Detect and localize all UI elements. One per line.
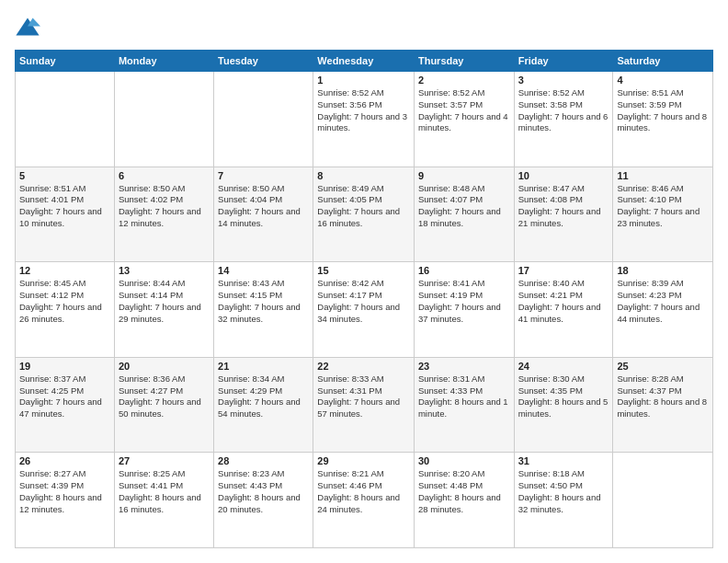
logo-icon: [15, 15, 40, 40]
day-cell: 1Sunrise: 8:52 AM Sunset: 3:56 PM Daylig…: [313, 72, 415, 167]
day-number: 3: [518, 75, 609, 86]
day-cell: 23Sunrise: 8:31 AM Sunset: 4:33 PM Dayli…: [414, 357, 514, 453]
weekday-header-saturday: Saturday: [613, 51, 713, 72]
week-row-2: 5Sunrise: 8:51 AM Sunset: 4:01 PM Daylig…: [16, 167, 713, 262]
day-info: Sunrise: 8:25 AM Sunset: 4:41 PM Dayligh…: [119, 468, 210, 515]
day-cell: 5Sunrise: 8:51 AM Sunset: 4:01 PM Daylig…: [16, 167, 115, 262]
day-info: Sunrise: 8:48 AM Sunset: 4:07 PM Dayligh…: [418, 183, 510, 230]
day-number: 5: [19, 170, 110, 181]
day-cell: 12Sunrise: 8:45 AM Sunset: 4:12 PM Dayli…: [16, 262, 115, 358]
day-cell: 14Sunrise: 8:43 AM Sunset: 4:15 PM Dayli…: [214, 262, 313, 358]
day-number: 29: [317, 455, 410, 466]
day-number: 22: [317, 361, 410, 372]
day-number: 19: [19, 361, 110, 372]
day-info: Sunrise: 8:18 AM Sunset: 4:50 PM Dayligh…: [518, 468, 609, 515]
day-cell: 8Sunrise: 8:49 AM Sunset: 4:05 PM Daylig…: [313, 167, 415, 262]
day-cell: [613, 453, 713, 548]
day-cell: 2Sunrise: 8:52 AM Sunset: 3:57 PM Daylig…: [414, 72, 514, 167]
day-number: 8: [317, 170, 410, 181]
day-cell: 4Sunrise: 8:51 AM Sunset: 3:59 PM Daylig…: [613, 72, 713, 167]
day-number: 17: [518, 265, 609, 276]
weekday-header-friday: Friday: [514, 51, 613, 72]
day-number: 11: [617, 170, 709, 181]
day-number: 26: [19, 455, 110, 466]
day-cell: 24Sunrise: 8:30 AM Sunset: 4:35 PM Dayli…: [514, 357, 613, 453]
day-cell: 20Sunrise: 8:36 AM Sunset: 4:27 PM Dayli…: [114, 357, 213, 453]
day-cell: 22Sunrise: 8:33 AM Sunset: 4:31 PM Dayli…: [313, 357, 415, 453]
day-info: Sunrise: 8:46 AM Sunset: 4:10 PM Dayligh…: [617, 183, 709, 230]
day-number: 25: [617, 361, 709, 372]
day-number: 28: [218, 455, 309, 466]
day-number: 18: [617, 265, 709, 276]
day-info: Sunrise: 8:43 AM Sunset: 4:15 PM Dayligh…: [218, 278, 309, 325]
day-cell: 27Sunrise: 8:25 AM Sunset: 4:41 PM Dayli…: [114, 453, 213, 548]
day-info: Sunrise: 8:28 AM Sunset: 4:37 PM Dayligh…: [617, 373, 709, 420]
day-cell: 16Sunrise: 8:41 AM Sunset: 4:19 PM Dayli…: [414, 262, 514, 358]
day-info: Sunrise: 8:30 AM Sunset: 4:35 PM Dayligh…: [518, 373, 609, 420]
day-cell: 29Sunrise: 8:21 AM Sunset: 4:46 PM Dayli…: [313, 453, 415, 548]
day-cell: 30Sunrise: 8:20 AM Sunset: 4:48 PM Dayli…: [414, 453, 514, 548]
day-number: 21: [218, 361, 309, 372]
day-info: Sunrise: 8:45 AM Sunset: 4:12 PM Dayligh…: [19, 278, 110, 325]
calendar-page: SundayMondayTuesdayWednesdayThursdayFrid…: [0, 0, 728, 563]
day-number: 30: [418, 455, 510, 466]
header: [15, 15, 713, 40]
day-info: Sunrise: 8:52 AM Sunset: 3:56 PM Dayligh…: [317, 87, 410, 134]
weekday-header-thursday: Thursday: [414, 51, 514, 72]
day-info: Sunrise: 8:37 AM Sunset: 4:25 PM Dayligh…: [19, 373, 110, 420]
day-info: Sunrise: 8:33 AM Sunset: 4:31 PM Dayligh…: [317, 373, 410, 420]
day-number: 15: [317, 265, 410, 276]
day-info: Sunrise: 8:50 AM Sunset: 4:02 PM Dayligh…: [119, 183, 210, 230]
day-cell: 31Sunrise: 8:18 AM Sunset: 4:50 PM Dayli…: [514, 453, 613, 548]
day-info: Sunrise: 8:42 AM Sunset: 4:17 PM Dayligh…: [317, 278, 410, 325]
day-number: 6: [119, 170, 210, 181]
day-cell: [16, 72, 115, 167]
day-info: Sunrise: 8:36 AM Sunset: 4:27 PM Dayligh…: [119, 373, 210, 420]
day-info: Sunrise: 8:23 AM Sunset: 4:43 PM Dayligh…: [218, 468, 309, 515]
day-number: 9: [418, 170, 510, 181]
day-info: Sunrise: 8:39 AM Sunset: 4:23 PM Dayligh…: [617, 278, 709, 325]
day-info: Sunrise: 8:40 AM Sunset: 4:21 PM Dayligh…: [518, 278, 609, 325]
day-number: 7: [218, 170, 309, 181]
day-cell: 6Sunrise: 8:50 AM Sunset: 4:02 PM Daylig…: [114, 167, 213, 262]
day-number: 20: [119, 361, 210, 372]
day-info: Sunrise: 8:51 AM Sunset: 4:01 PM Dayligh…: [19, 183, 110, 230]
day-number: 27: [119, 455, 210, 466]
day-cell: 25Sunrise: 8:28 AM Sunset: 4:37 PM Dayli…: [613, 357, 713, 453]
weekday-header-wednesday: Wednesday: [313, 51, 415, 72]
day-number: 14: [218, 265, 309, 276]
day-cell: 9Sunrise: 8:48 AM Sunset: 4:07 PM Daylig…: [414, 167, 514, 262]
weekday-header-sunday: Sunday: [16, 51, 115, 72]
day-number: 2: [418, 75, 510, 86]
day-number: 10: [518, 170, 609, 181]
day-info: Sunrise: 8:20 AM Sunset: 4:48 PM Dayligh…: [418, 468, 510, 515]
day-cell: [214, 72, 313, 167]
day-info: Sunrise: 8:52 AM Sunset: 3:58 PM Dayligh…: [518, 87, 609, 134]
day-cell: 7Sunrise: 8:50 AM Sunset: 4:04 PM Daylig…: [214, 167, 313, 262]
day-cell: 3Sunrise: 8:52 AM Sunset: 3:58 PM Daylig…: [514, 72, 613, 167]
week-row-5: 26Sunrise: 8:27 AM Sunset: 4:39 PM Dayli…: [16, 453, 713, 548]
logo: [15, 15, 44, 40]
day-cell: 17Sunrise: 8:40 AM Sunset: 4:21 PM Dayli…: [514, 262, 613, 358]
day-info: Sunrise: 8:52 AM Sunset: 3:57 PM Dayligh…: [418, 87, 510, 134]
day-number: 16: [418, 265, 510, 276]
day-number: 13: [119, 265, 210, 276]
day-info: Sunrise: 8:51 AM Sunset: 3:59 PM Dayligh…: [617, 87, 709, 134]
day-cell: 11Sunrise: 8:46 AM Sunset: 4:10 PM Dayli…: [613, 167, 713, 262]
day-cell: 10Sunrise: 8:47 AM Sunset: 4:08 PM Dayli…: [514, 167, 613, 262]
day-info: Sunrise: 8:50 AM Sunset: 4:04 PM Dayligh…: [218, 183, 309, 230]
day-cell: 21Sunrise: 8:34 AM Sunset: 4:29 PM Dayli…: [214, 357, 313, 453]
calendar-table: SundayMondayTuesdayWednesdayThursdayFrid…: [15, 50, 713, 548]
day-cell: 18Sunrise: 8:39 AM Sunset: 4:23 PM Dayli…: [613, 262, 713, 358]
day-info: Sunrise: 8:34 AM Sunset: 4:29 PM Dayligh…: [218, 373, 309, 420]
day-info: Sunrise: 8:49 AM Sunset: 4:05 PM Dayligh…: [317, 183, 410, 230]
day-info: Sunrise: 8:31 AM Sunset: 4:33 PM Dayligh…: [418, 373, 510, 420]
week-row-4: 19Sunrise: 8:37 AM Sunset: 4:25 PM Dayli…: [16, 357, 713, 453]
day-cell: 15Sunrise: 8:42 AM Sunset: 4:17 PM Dayli…: [313, 262, 415, 358]
day-info: Sunrise: 8:41 AM Sunset: 4:19 PM Dayligh…: [418, 278, 510, 325]
day-number: 23: [418, 361, 510, 372]
day-info: Sunrise: 8:44 AM Sunset: 4:14 PM Dayligh…: [119, 278, 210, 325]
day-cell: [114, 72, 213, 167]
day-cell: 13Sunrise: 8:44 AM Sunset: 4:14 PM Dayli…: [114, 262, 213, 358]
week-row-3: 12Sunrise: 8:45 AM Sunset: 4:12 PM Dayli…: [16, 262, 713, 358]
